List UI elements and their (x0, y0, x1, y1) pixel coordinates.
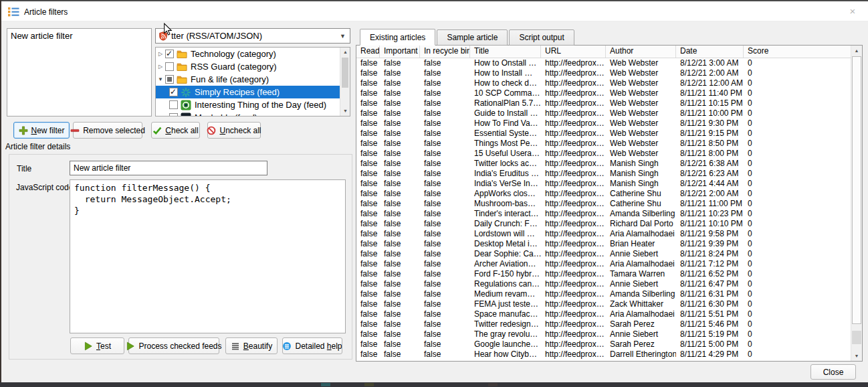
beautify-button[interactable]: Beautify (225, 337, 278, 354)
scroll-up-icon[interactable]: ▲ (340, 48, 350, 57)
cell-important: false (380, 179, 420, 189)
cell-url: http://feedprox… (541, 179, 606, 189)
tab-existing-articles[interactable]: Existing articles (360, 29, 435, 46)
article-row[interactable]: falsefalsefalseEssential Syste…http://fe… (356, 129, 851, 139)
window-close-icon[interactable]: × (845, 4, 860, 19)
filter-list-item[interactable]: New article filter (7, 29, 151, 42)
tree-row-technology-category[interactable]: ▷Technology (category) (156, 48, 340, 60)
cell-recycle: false (420, 269, 470, 279)
tree-checkbox-checked[interactable] (169, 88, 178, 96)
article-row[interactable]: falsefalsefalseFEMA just teste…http://fe… (356, 299, 851, 309)
article-row[interactable]: falsefalsefalseGoogle launche…http://fee… (356, 339, 851, 350)
cell-author: Amanda Silberling (606, 289, 676, 299)
js-code-editor[interactable]: function filterMessage() { return Messag… (70, 179, 346, 333)
article-row[interactable]: falsefalsefalseHow to Install …http://fe… (356, 68, 851, 78)
tree-item-label: Interesting Thing of the Day (feed) (195, 100, 326, 110)
tree-checkbox-checked[interactable] (165, 50, 174, 58)
tree-row-interesting-thing-of-the-day-feed[interactable]: Interesting Thing of the Day (feed) (156, 98, 340, 111)
article-row[interactable]: falsefalsefalseRegulations can…http://fe… (356, 279, 851, 289)
article-row[interactable]: falsefalsefalseDear Sophie: Ca…http://fe… (356, 249, 851, 259)
table-scroll-thumb[interactable] (852, 56, 861, 324)
article-row[interactable]: falsefalsefalseSpace manufac…http://feed… (356, 309, 851, 319)
table-scrollbar[interactable]: ▲ ▼ (851, 46, 862, 361)
column-header-in-recycle-bin[interactable]: In recycle bin (420, 46, 470, 58)
article-row[interactable]: falsefalsefalseLordstown will …http://fe… (356, 229, 851, 239)
article-row[interactable]: falsefalsefalseAppWorks clos…http://feed… (356, 189, 851, 199)
article-row[interactable]: falsefalsefalseGuide to Install …http://… (356, 108, 851, 119)
article-row[interactable]: falsefalsefalseTinder's interact…http://… (356, 209, 851, 219)
tree-checkbox-unchecked[interactable] (169, 113, 178, 117)
detailed-help-button[interactable]: Detailed help (282, 337, 342, 354)
mouse-cursor (162, 23, 173, 38)
cell-important: false (380, 319, 420, 329)
tab-sample-article[interactable]: Sample article (437, 29, 508, 46)
article-row[interactable]: falsefalsefalseFord F-150 hybr…http://fe… (356, 269, 851, 279)
cell-important: false (380, 189, 420, 199)
article-row[interactable]: falsefalsefalseThe gray revolu…http://fe… (356, 329, 851, 339)
column-header-important[interactable]: Important (380, 46, 420, 58)
close-button[interactable]: Close (810, 364, 856, 380)
scroll-up-icon[interactable]: ▲ (851, 46, 862, 56)
column-header-read[interactable]: Read (356, 46, 380, 58)
tree-scroll-thumb[interactable] (342, 58, 348, 88)
cell-date: 8/11/21 6:52 PM (676, 269, 744, 279)
cell-author: Web Webster (606, 129, 676, 139)
article-row[interactable]: falsefalsefalse15 Useful Usera…http://fe… (356, 149, 851, 159)
cell-title: Things Most Pe… (470, 139, 541, 149)
cell-read: false (356, 239, 380, 249)
article-row[interactable]: falsefalsefalseMushroom-bas…http://feedp… (356, 199, 851, 209)
button-label: New filter (31, 126, 65, 135)
article-row[interactable]: falsefalsefalseThings Most Pe…http://fee… (356, 139, 851, 149)
collapse-arrow-icon[interactable]: ▼ (156, 76, 165, 82)
article-row[interactable]: falsefalsefalseIndia's VerSe In…http://f… (356, 179, 851, 189)
filter-title-input[interactable] (70, 161, 267, 175)
tree-checkbox-unchecked[interactable] (169, 100, 178, 109)
tree-scrollbar[interactable]: ▲ ▼ (340, 48, 350, 116)
expand-arrow-icon[interactable]: ▷ (156, 51, 165, 57)
column-header-url[interactable]: URL (541, 46, 606, 58)
tab-script-output[interactable]: Script output (509, 29, 574, 46)
uncheck-all-button[interactable]: Uncheck all (207, 122, 261, 139)
article-row[interactable]: falsefalsefalseDaily Crunch: F…http://fe… (356, 219, 851, 229)
column-header-date[interactable]: Date (676, 46, 744, 58)
check-all-button[interactable]: Check all (151, 122, 200, 139)
process-checked-feeds-button[interactable]: Process checked feeds (128, 337, 219, 354)
column-header-title[interactable]: Title (470, 46, 541, 58)
tree-row-fun-life-category[interactable]: ▼Fun & life (category) (156, 73, 340, 86)
tree-row-rss-guard-category[interactable]: ▷RSS Guard (category) (156, 60, 340, 73)
test-button[interactable]: Test (70, 337, 124, 354)
article-row[interactable]: falsefalsefalseHear how Cityb…http://fee… (356, 350, 851, 360)
expand-arrow-icon[interactable]: ▷ (156, 64, 165, 70)
account-dropdown[interactable]: tter (RSS/ATOM/JSON) ▼ (155, 28, 350, 44)
tree-row-mashable-feed[interactable]: MMashable (feed) (156, 111, 340, 117)
article-row[interactable]: falsefalsefalseHow To Find Va…http://fee… (356, 119, 851, 129)
tree-row-simply-recipes-feed[interactable]: Simply Recipes (feed) (156, 86, 340, 98)
remove-selected-button[interactable]: Remove selected (73, 122, 142, 139)
cell-title: How to Install … (470, 68, 541, 78)
cell-url: http://feedprox… (541, 108, 606, 119)
cell-score: 0 (744, 78, 851, 88)
article-row[interactable]: falsefalsefalse10 SCP Comma…http://feedp… (356, 88, 851, 98)
cell-author: Manish Singh (606, 179, 676, 189)
article-row[interactable]: falsefalsefalseHow to Onstall …http://fe… (356, 58, 851, 68)
article-filter-list[interactable]: New article filter (7, 28, 152, 117)
scroll-down-icon[interactable]: ▼ (851, 351, 862, 361)
article-row[interactable]: falsefalsefalseArcher Aviation…http://fe… (356, 259, 851, 269)
article-row[interactable]: falsefalsefalseRationalPlan 5.7…http://f… (356, 98, 851, 108)
cell-author: Web Webster (606, 149, 676, 159)
column-header-author[interactable]: Author (606, 46, 676, 58)
tree-checkbox-unchecked[interactable] (165, 62, 174, 71)
column-header-score[interactable]: Score (744, 46, 862, 58)
article-row[interactable]: falsefalsefalseTwitter locks ac…http://f… (356, 159, 851, 169)
cell-important: false (380, 108, 420, 119)
article-row[interactable]: falsefalsefalseHow to check d…http://fee… (356, 78, 851, 88)
feed-tree[interactable]: ▷Technology (category)▷RSS Guard (catego… (155, 47, 350, 117)
existing-articles-table[interactable]: ReadImportantIn recycle binTitleURLAutho… (356, 45, 863, 362)
article-row[interactable]: falsefalsefalseDesktop Metal i…http://fe… (356, 239, 851, 249)
tree-checkbox-partial[interactable] (165, 75, 174, 84)
article-row[interactable]: falsefalsefalseMedium revam…http://feedp… (356, 289, 851, 299)
article-row[interactable]: falsefalsefalseTwitter redesign…http://f… (356, 319, 851, 329)
scroll-down-icon[interactable]: ▼ (340, 106, 350, 116)
article-row[interactable]: falsefalsefalseIndia's Eruditus …http://… (356, 169, 851, 179)
new-filter-button[interactable]: New filter (13, 122, 70, 139)
